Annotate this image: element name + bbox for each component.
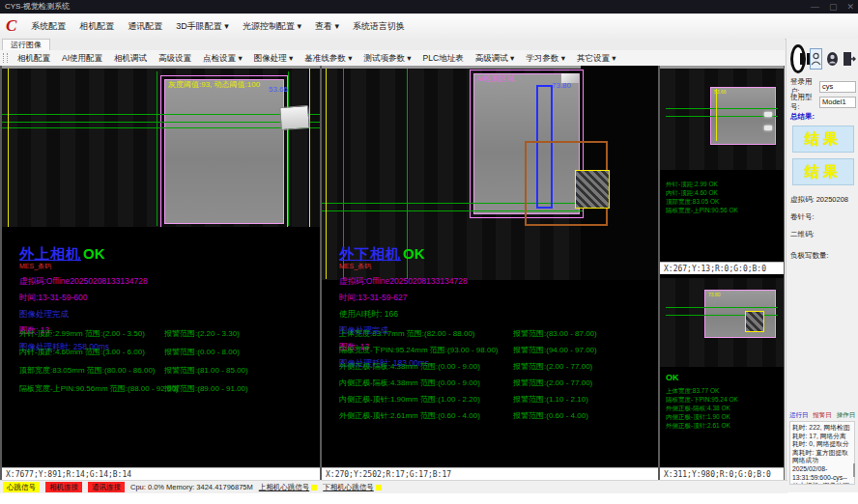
tool-baseline-params[interactable]: 基准线参数 ▾ — [299, 51, 358, 66]
center-alarm-text: 报警范围:(2.00 - 77.00) — [513, 361, 592, 372]
left-process-done: 图像处理完成 — [19, 309, 148, 321]
left-image-top-strip — [2, 66, 320, 69]
lower-camera-heartbeat: 下相机心跳信号 — [323, 483, 382, 492]
left-camera-image[interactable]: 灰度阈值:93, 动态阈值:100 53.66 — [2, 66, 320, 227]
center-measure-text: 外侧正极-顶针:2.61mm 范围:(0.60 - 4.00) — [339, 411, 480, 420]
tool-camera-debug[interactable]: 相机调试 — [108, 51, 153, 66]
log-scrollbar[interactable] — [853, 463, 855, 477]
side-panel: 登录用户: cys 使用型号: Model1 总结果: 结果 结果 虚拟码: 2… — [786, 39, 858, 492]
thumb-bottom-yellow-box — [745, 311, 764, 332]
tool-spotcheck-settings[interactable]: 点检设置 ▾ — [197, 51, 248, 66]
heartbeat-status-badge: 心跳信号 — [3, 482, 40, 492]
thumbnail-column: 53.66 外针-顶距:2.99 OK 内针-顶距:4.60 OK 顶部宽度:8… — [660, 66, 784, 480]
tool-test-item-params[interactable]: 测试项参数 ▾ — [358, 51, 416, 66]
left-roi-box — [160, 75, 288, 227]
thumb-bottom-view[interactable]: 73.80 OK 上体宽度:83.77 OK 隔板宽度-下PIN:95.24 O… — [660, 278, 784, 480]
left-measure-text: 隔板宽度-上PIN:90.56mm 范围:(88.00 - 92.00) — [19, 384, 179, 393]
left-measure-row: 隔板宽度-上PIN:90.56mm 范围:(88.00 - 92.00)报警范围… — [19, 383, 179, 394]
center-alarm-text: 报警范围:(0.60 - 4.00) — [513, 410, 588, 421]
left-connector-feature — [279, 105, 310, 130]
thumb-bottom-result-line: 外侧正极-隔板:4.38 OK — [666, 404, 738, 412]
minimize-icon[interactable]: — — [811, 0, 819, 14]
menu-view[interactable]: 查看 ▾ — [308, 14, 346, 39]
thumb-top-image[interactable]: 53.66 — [660, 66, 784, 170]
center-ai-yellow-box — [575, 170, 610, 209]
thumb-bottom-line-1 — [666, 307, 778, 308]
thumb-top-view[interactable]: 53.66 外针-顶距:2.99 OK 内针-顶距:4.60 OK 顶部宽度:8… — [660, 66, 784, 274]
thumb-bottom-result-line: 上体宽度:83.77 OK — [666, 386, 738, 395]
left-measure-text: 外针-顶距:2.99mm 范围:(2.00 - 3.50) — [19, 329, 145, 338]
thumb-top-yline — [716, 89, 717, 141]
center-measure-row: 上体宽度:83.77mm 范围:(82.00 - 88.00)报警范围:(83.… — [339, 328, 475, 339]
center-virtual-code: 虚拟码:Offline20250208133134728 — [339, 276, 468, 288]
tool-other-settings[interactable]: 其它设置 ▾ — [571, 51, 622, 66]
center-alarm-text: 报警范围:(2.00 - 77.00) — [513, 378, 592, 388]
login-user-input[interactable]: cys — [819, 81, 856, 93]
model-input[interactable]: Model1 — [819, 97, 856, 108]
menu-bar: C 系统配置 相机配置 通讯配置 3D手眼配置 ▾ 光源控制配置 ▾ 查看 ▾ … — [0, 14, 858, 40]
left-measure-vline-2 — [288, 71, 289, 226]
left-alarm-text: 报警范围:(89.00 - 91.00) — [164, 383, 248, 394]
toolbar-grip-icon — [3, 53, 8, 63]
left-time: 时间:13-31-59-600 — [19, 293, 148, 304]
qr-code-label: 二维码: — [790, 230, 815, 239]
tool-advanced-settings[interactable]: 高级设置 — [153, 51, 197, 66]
close-icon[interactable]: ✕ — [846, 0, 854, 14]
tool-camera-config[interactable]: 相机配置 — [12, 51, 56, 66]
window-controls: — ▢ ✕ — [811, 0, 854, 14]
logout-icon[interactable] — [843, 49, 856, 69]
avatar-icon[interactable] — [826, 49, 839, 69]
main-area: 灰度阈值:93, 动态阈值:100 53.66 外上相机OK MES_条码 虚拟… — [0, 66, 785, 480]
tool-image-processing[interactable]: 图像处理 ▾ — [248, 51, 300, 66]
menu-3d-handeye-config[interactable]: 3D手眼配置 ▾ — [169, 14, 236, 39]
left-coordinate-bar: X:7677;Y:891;R:14;G:14;B:14 — [2, 467, 320, 480]
app-logo-icon: C — [6, 16, 16, 36]
model-label: 使用型号: — [790, 93, 819, 112]
thumb-top-line-1 — [666, 108, 778, 109]
left-measure-row: 顶部宽度:83.05mm 范围:(80.00 - 86.00)报警范围:(81.… — [19, 365, 156, 376]
left-blue-measure-label: 53.66 — [269, 85, 288, 94]
center-measure-text: 内侧正极-顶针:1.90mm 范围:(1.00 - 2.20) — [339, 395, 480, 404]
center-measure-text: 内侧正极-隔板:4.38mm 范围:(0.00 - 9.00) — [339, 378, 480, 387]
left-edge-line-right — [309, 69, 310, 227]
left-measure-text: 顶部宽度:83.05mm 范围:(80.00 - 86.00) — [19, 366, 156, 375]
left-measure-line-2 — [2, 122, 320, 123]
thumb-top-bright-spot-2 — [764, 126, 772, 130]
tool-ai-use-config[interactable]: AI使用配置 — [56, 51, 108, 66]
tool-learning-params[interactable]: 学习参数 ▾ — [520, 51, 571, 66]
lower-heartbeat-indicator — [376, 485, 382, 490]
menu-light-control-config[interactable]: 光源控制配置 ▾ — [236, 14, 308, 39]
total-result-label: 总结果: — [790, 112, 815, 122]
maximize-icon[interactable]: ▢ — [829, 0, 838, 14]
menu-system-config[interactable]: 系统配置 — [24, 14, 72, 39]
center-camera-view[interactable]: AI检测区域 73.80 外下相机OK MES_条码 虚拟码:Offline20… — [322, 66, 658, 480]
center-ai-region-label: AI检测区域 — [476, 73, 515, 84]
thumb-bottom-coordinate-bar: X:311;Y:980;R:0;G:0;B:0 — [660, 467, 784, 480]
left-camera-view[interactable]: 灰度阈值:93, 动态阈值:100 53.66 外上相机OK MES_条码 虚拟… — [2, 66, 320, 480]
menu-language-switch[interactable]: 系统语言切换 — [346, 14, 412, 39]
upper-camera-heartbeat: 上相机心跳信号 — [259, 483, 318, 492]
menu-camera-config[interactable]: 相机配置 — [72, 14, 121, 39]
thumb-bottom-ok-badge: OK — [666, 373, 679, 382]
negative-write-count-label: 负极写数量: — [790, 251, 829, 261]
menu-comm-config[interactable]: 通讯配置 — [121, 14, 169, 39]
tool-plc-address-table[interactable]: PLC地址表 — [417, 51, 470, 66]
comm-connection-badge: 通讯连接 — [88, 482, 125, 492]
tool-advanced-debug[interactable]: 高级调试 ▾ — [470, 51, 521, 66]
center-alarm-text: 报警范围:(83.00 - 87.00) — [513, 328, 597, 339]
virtual-code-label: 虚拟码: 20250208 — [790, 195, 848, 205]
log-text-area[interactable]: 耗时: 222, 网络检图耗时: 17, 网络分离耗时: 0, 网络提取分离耗时… — [789, 421, 855, 485]
center-measure-row: 内侧正极-顶针:1.90mm 范围:(1.00 - 2.20)报警范围:(1.1… — [339, 394, 480, 405]
thumb-bottom-result-line: 外侧正极-顶针:2.61 OK — [666, 421, 738, 430]
left-measure-text: 内针-顶距:4.60mm 范围:(3.00 - 6.00) — [19, 348, 145, 356]
window-title: CYS-视觉检测系统 — [0, 0, 858, 14]
thumb-bottom-image[interactable]: 73.80 — [660, 278, 784, 367]
thumb-top-line-2 — [666, 116, 778, 117]
upper-heartbeat-indicator — [311, 485, 317, 490]
center-coordinate-bar: X:270;Y:2502;R:17;G:17;B:17 — [322, 467, 658, 480]
model-row: 使用型号: Model1 — [790, 93, 856, 112]
pause-button[interactable] — [790, 44, 806, 73]
user-select-icon[interactable] — [810, 48, 822, 70]
winding-needle-label: 卷针号: — [790, 212, 815, 222]
left-measure-vline-1 — [157, 71, 157, 226]
